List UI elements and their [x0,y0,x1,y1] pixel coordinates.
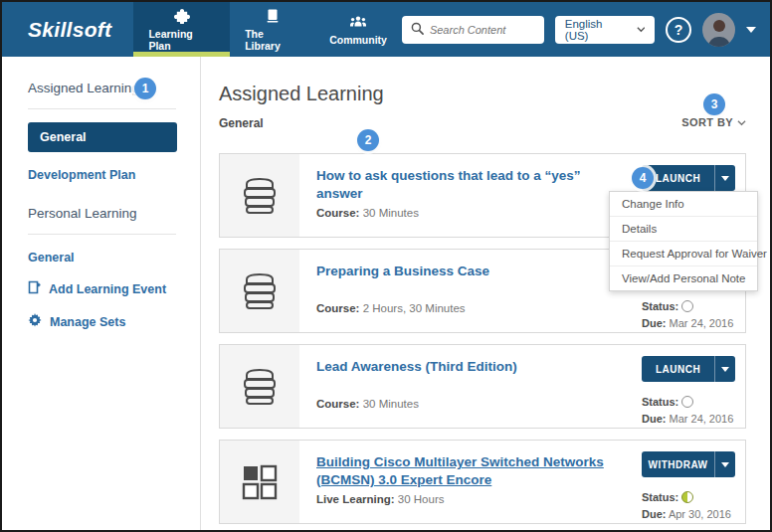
avatar-body [708,37,730,47]
withdraw-dropdown-toggle[interactable] [714,451,735,477]
course-title-link[interactable]: Lead Awareness (Third Edition) [316,358,628,376]
top-navbar: Skillsoft Learning Plan The Library Comm… [2,2,770,57]
sidebar: Assigned Learning General Development Pl… [2,57,201,530]
avatar[interactable] [702,13,735,47]
callout-badge-3: 3 [703,93,725,115]
sort-by-control[interactable]: SORT BY [681,116,746,128]
chevron-down-icon [637,25,646,34]
status-label: Status: [642,396,678,408]
launch-split-button: LAUNCH [642,356,735,382]
course-type-label: Live Learning: [316,493,395,505]
course-card-how-to-ask-questions: How to ask questions that lead to a “yes… [219,153,746,238]
course-title-link[interactable]: Building Cisco Multilayer Switched Netwo… [316,453,628,489]
due-label: Due: [642,508,666,520]
main-content: Assigned Learning General SORT BY How to… [201,57,770,530]
status-circle-icon [681,300,693,312]
due-label: Due: [642,317,666,329]
language-selector[interactable]: English (US) [555,16,656,44]
sidebar-header-personal-learning: Personal Learning [28,206,200,221]
course-type-label: Course: [316,207,359,219]
sidebar-item-development-plan-label: Development Plan [28,168,135,182]
callout-badge-4: 4 [632,167,654,189]
course-card-actions: WITHDRAW Status: Due: Apr 30, 2016 [642,441,745,523]
community-icon [349,14,367,30]
callout-badge-1: 1 [134,78,156,99]
language-selector-label: English (US) [565,18,628,42]
tab-the-library[interactable]: The Library [230,2,314,57]
launch-split-button: LAUNCH [642,165,735,191]
book-icon [265,8,281,24]
course-card-body: How to ask questions that lead to a “yes… [299,154,642,237]
course-card-body: Preparing a Business Case Course: 2 Hour… [299,250,642,332]
due-date: Mar 24, 2016 [670,413,734,425]
course-card-actions: LAUNCH Status: Due: Mar 24, 2016 [642,345,745,428]
add-event-icon [28,280,41,297]
course-meta: Course: 2 Hours, 30 Minutes [316,302,466,314]
page-body: Assigned Learning General Development Pl… [2,57,770,530]
sidebar-item-general-personal[interactable]: General [28,251,200,265]
status-block: Status: Due: Mar 24, 2016 [642,298,735,332]
sidebar-header-assigned-learning: Assigned Learning [28,81,200,95]
due-date: Apr 30, 2016 [669,508,731,520]
page-title: Assigned Learning [219,83,746,105]
course-card-body: Lead Awareness (Third Edition) Course: 3… [299,345,642,428]
status-half-circle-icon [681,491,693,503]
withdraw-button[interactable]: WITHDRAW [642,451,714,477]
nav-tabs: Learning Plan The Library Community [133,2,402,57]
sidebar-item-add-learning-event-label: Add Learning Event [49,282,166,296]
callout-badge-2: 2 [357,129,379,151]
sidebar-item-manage-sets-label: Manage Sets [50,315,125,329]
sidebar-item-development-plan[interactable]: Development Plan [28,168,200,182]
navbar-right-group: English (US) ? [402,2,770,57]
course-meta: Course: 30 Minutes [316,398,419,410]
course-duration: 30 Hours [398,493,445,505]
skillsoft-app-window: 1 2 3 4 Skillsoft Learning Plan The Libr… [0,0,772,532]
search-input[interactable] [430,24,535,36]
skillsoft-logo[interactable]: Skillsoft [2,2,133,57]
user-menu-caret-icon[interactable] [746,27,756,33]
gear-icon [28,313,42,330]
menu-item-change-info[interactable]: Change Info [610,192,757,217]
tab-learning-plan-label: Learning Plan [148,28,215,52]
course-meta: Live Learning: 30 Hours [316,493,444,505]
status-circle-icon [681,396,693,408]
course-stack-icon [220,154,299,237]
menu-item-request-approval[interactable]: Request Approval for Waiver [610,242,757,266]
tab-community[interactable]: Community [314,2,402,57]
tab-learning-plan[interactable]: Learning Plan [133,2,230,57]
menu-item-details[interactable]: Details [610,217,757,242]
sidebar-item-general-assigned[interactable]: General [28,122,177,152]
course-stack-icon [220,345,299,428]
sidebar-item-manage-sets[interactable]: Manage Sets [28,313,200,330]
status-label: Status: [642,300,678,312]
sidebar-divider [28,108,176,109]
help-button[interactable]: ? [666,17,690,43]
course-card-actions: LAUNCH Change Info Details Request Appro… [642,154,745,237]
launch-dropdown-toggle[interactable] [714,165,735,191]
course-type-label: Course: [316,302,359,314]
course-title-link[interactable]: Preparing a Business Case [316,263,628,280]
chevron-down-icon [737,118,746,127]
puzzle-icon [174,8,190,24]
launch-dropdown-toggle[interactable] [714,356,735,382]
sort-by-label: SORT BY [681,116,733,128]
sidebar-divider [28,234,176,235]
menu-item-personal-note[interactable]: View/Add Personal Note [610,266,757,290]
launch-button[interactable]: LAUNCH [642,356,714,382]
page-subtitle: General [219,116,746,130]
course-card-lead-awareness: Lead Awareness (Third Edition) Course: 3… [219,344,746,429]
course-card-body: Building Cisco Multilayer Switched Netwo… [299,441,642,523]
search-icon [411,21,424,39]
status-block: Status: Due: Apr 30, 2016 [642,489,735,523]
avatar-head [713,20,725,32]
tab-community-label: Community [329,34,387,46]
course-list: How to ask questions that lead to a “yes… [219,153,746,524]
course-type-label: Course: [316,398,359,410]
due-date: Mar 24, 2016 [670,317,734,329]
course-duration: 30 Minutes [363,398,419,410]
course-title-link[interactable]: How to ask questions that lead to a “yes… [316,167,628,203]
sidebar-item-add-learning-event[interactable]: Add Learning Event [28,280,200,297]
course-card-bcmsn: Building Cisco Multilayer Switched Netwo… [219,440,746,524]
status-block: Status: Due: Mar 24, 2016 [642,394,735,428]
help-button-label: ? [675,22,683,38]
